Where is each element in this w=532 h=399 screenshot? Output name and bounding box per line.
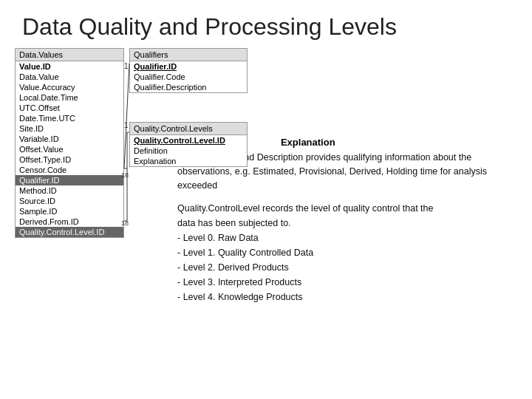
dv-row-utcoffset: UTC.Offset xyxy=(16,103,123,113)
qualifiers-table: Qualifiers Qualifier.ID Qualifier.Code Q… xyxy=(129,48,248,93)
dv-row-sourceid: Source.ID xyxy=(16,196,123,206)
page-title: Data Quality and Processing Levels xyxy=(0,0,532,48)
datavalues-table: Data.Values Value.ID Data.Value Value.Ac… xyxy=(15,48,124,238)
qcl-line2: data has been subjected to. xyxy=(177,218,291,228)
svg-line-1 xyxy=(124,64,129,168)
q-row-qualifiercode: Qualifier.Code xyxy=(130,72,247,82)
qcl-line1: Quality.ControlLevel records the level o… xyxy=(177,203,433,214)
qcl-level2: - Level 2. Derived Products xyxy=(177,262,289,273)
q-row-qualifierdesc: Qualifier.Description xyxy=(130,82,247,92)
dv-row-offsetvalue: Offset.Value xyxy=(16,144,123,154)
qcl-row-id: Quality.Control.Level.ID xyxy=(130,135,247,146)
dv-row-censorcode: Censor.Code xyxy=(16,165,123,175)
dv-row-datetimeutc: Date.Time.UTC xyxy=(16,113,123,123)
qcl-header: Quality.Control.Levels xyxy=(130,123,247,135)
qcl-level0: - Level 0. Raw Data xyxy=(177,233,259,243)
explanation-header: Explanation xyxy=(281,137,335,148)
dv-row-methodid: Method.ID xyxy=(16,185,123,196)
dv-row-datavalue: Data.Value xyxy=(16,72,123,82)
svg-text:1: 1 xyxy=(124,121,129,129)
datavalues-header: Data.Values xyxy=(16,49,123,61)
qcl-level3: - Level 3. Interpreted Products xyxy=(177,277,301,287)
dv-row-qclid: Quality.Control.Level.ID xyxy=(16,227,123,237)
qualifiers-header: Qualifiers xyxy=(130,49,247,61)
content-area: Data.Values Value.ID Data.Value Value.Ac… xyxy=(0,48,532,304)
svg-text:1: 1 xyxy=(124,62,129,70)
qcl-row-explanation: Explanation xyxy=(130,156,247,166)
dv-row-localdatetime: Local.Date.Time xyxy=(16,92,123,103)
dv-row-siteid: Site.ID xyxy=(16,123,123,134)
diagram-area: Data.Values Value.ID Data.Value Value.Ac… xyxy=(15,48,170,304)
dv-row-derivedfromid: Derived.From.ID xyxy=(16,216,123,227)
dv-row-valueid: Value.ID xyxy=(16,61,123,72)
dv-row-offsettypeid: Offset.Type.ID xyxy=(16,154,123,165)
dv-row-qualifierid: Qualifier.ID xyxy=(16,175,123,185)
dv-row-variableid: Variable.ID xyxy=(16,134,123,144)
qcl-table: Quality.Control.Levels Quality.Control.L… xyxy=(129,122,248,167)
q-row-qualifierid: Qualifier.ID xyxy=(130,61,247,72)
dv-row-valueaccuracy: Value.Accuracy xyxy=(16,82,123,92)
qcl-level1: - Level 1. Quality Controlled Data xyxy=(177,248,313,258)
qcl-explanation: Quality.ControlLevel records the level o… xyxy=(177,201,517,304)
dv-row-sampleid: Sample.ID xyxy=(16,206,123,216)
qcl-row-definition: Definition xyxy=(130,146,247,156)
qcl-level4: - Level 4. Knowledge Products xyxy=(177,292,303,302)
